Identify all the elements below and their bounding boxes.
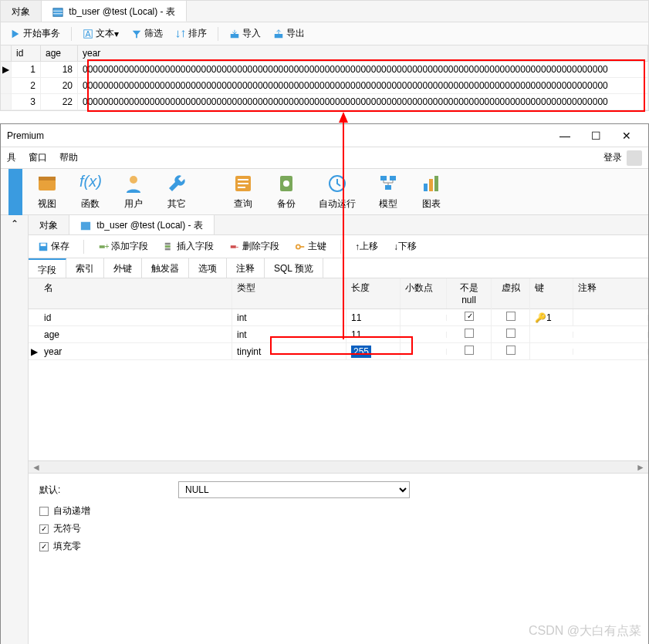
cell-note[interactable]: [573, 332, 648, 338]
cell-age[interactable]: 18: [41, 62, 78, 77]
cell-id[interactable]: 1: [12, 62, 41, 77]
cell-name[interactable]: age: [39, 326, 232, 343]
dtab-objects[interactable]: 对象: [29, 215, 69, 234]
dtab-table[interactable]: tb_user @test (Local) - 表: [69, 215, 215, 234]
primary-key-button[interactable]: 主键: [290, 238, 331, 255]
cell-id[interactable]: 3: [12, 94, 41, 110]
cell-type[interactable]: int: [232, 326, 346, 343]
cell-dec[interactable]: [401, 332, 447, 338]
cell-year[interactable]: 0000000000000000000000000000000000000000…: [78, 78, 648, 93]
model-icon: [377, 173, 399, 194]
user-button[interactable]: 用户: [123, 173, 144, 211]
cell-year[interactable]: 0000000000000000000000000000000000000000…: [78, 94, 648, 110]
text-button[interactable]: A文本 ▾: [78, 25, 123, 42]
subtab-options[interactable]: 选项: [189, 258, 227, 278]
cell-id[interactable]: 2: [12, 78, 41, 93]
menu-tools[interactable]: 具: [7, 151, 16, 164]
cell-len[interactable]: 11: [346, 309, 401, 326]
move-down-button[interactable]: ↓ 下移: [389, 238, 421, 255]
col-name[interactable]: 名: [39, 278, 232, 309]
tab-table[interactable]: tb_user @test (Local) - 表: [42, 1, 187, 22]
cell-year[interactable]: 0000000000000000000000000000000000000000…: [78, 62, 648, 77]
cell-note[interactable]: [573, 315, 648, 321]
cell-type[interactable]: int: [232, 309, 346, 326]
cell-note[interactable]: [573, 349, 648, 355]
cell-type[interactable]: tinyint: [232, 343, 346, 360]
primary-key-label: 主键: [308, 240, 326, 253]
cell-key[interactable]: 🔑1: [530, 309, 573, 326]
subtab-comment[interactable]: 注释: [227, 258, 265, 278]
backup-button[interactable]: 备份: [275, 173, 297, 211]
function-button[interactable]: f(x)函数: [79, 173, 101, 211]
cell-nn[interactable]: [447, 342, 492, 360]
view-button[interactable]: 视图: [36, 173, 58, 211]
h-scrollbar[interactable]: ◄►: [29, 460, 648, 473]
import-button[interactable]: 导入: [225, 25, 265, 42]
cell-age[interactable]: 20: [41, 78, 78, 93]
export-button[interactable]: 导出: [269, 25, 309, 42]
field-row[interactable]: age int 11: [29, 326, 648, 343]
left-rail[interactable]: ⌃: [1, 215, 29, 644]
col-key[interactable]: 键: [530, 278, 573, 309]
cell-name[interactable]: year: [39, 343, 232, 360]
cell-name[interactable]: id: [39, 309, 232, 326]
other-button[interactable]: 其它: [166, 173, 188, 211]
col-virt[interactable]: 虚拟: [492, 278, 530, 309]
cell-age[interactable]: 22: [41, 94, 78, 110]
cell-dec[interactable]: [401, 349, 447, 355]
login-link[interactable]: 登录: [603, 151, 622, 164]
menu-help[interactable]: 帮助: [59, 151, 78, 164]
delete-field-button[interactable]: -删除字段: [225, 238, 284, 255]
subtab-sqlpreview[interactable]: SQL 预览: [265, 258, 323, 278]
cell-dec[interactable]: [401, 315, 447, 321]
field-row[interactable]: ▶ year tinyint 255: [29, 343, 648, 360]
grid-row[interactable]: 2 20 00000000000000000000000000000000000…: [1, 78, 648, 94]
col-nn[interactable]: 不是 null: [447, 278, 492, 309]
menubar: 具 窗口 帮助 登录: [1, 147, 648, 169]
minimize-button[interactable]: —: [549, 125, 580, 147]
grid-row[interactable]: 3 22 00000000000000000000000000000000000…: [1, 94, 648, 110]
subtab-triggers[interactable]: 触发器: [142, 258, 189, 278]
unsigned-checkbox[interactable]: 无符号: [39, 522, 637, 535]
filter-button[interactable]: 筛选: [127, 25, 167, 42]
subtab-indexes[interactable]: 索引: [66, 258, 104, 278]
cell-key[interactable]: [530, 349, 573, 355]
col-dec[interactable]: 小数点: [401, 278, 447, 309]
cell-virt[interactable]: [492, 342, 530, 360]
sort-button[interactable]: 排序: [171, 25, 211, 42]
maximize-button[interactable]: ☐: [580, 125, 611, 147]
cell-len[interactable]: 11: [346, 326, 401, 343]
cell-len[interactable]: 255: [346, 343, 401, 360]
col-age[interactable]: age: [41, 46, 78, 61]
col-len[interactable]: 长度: [346, 278, 401, 309]
grid-row[interactable]: ▶ 1 18 000000000000000000000000000000000…: [1, 62, 648, 78]
insert-field-button[interactable]: 插入字段: [159, 238, 218, 255]
subtab-fks[interactable]: 外键: [104, 258, 142, 278]
cell-virt[interactable]: [492, 309, 530, 326]
zerofill-checkbox[interactable]: 填充零: [39, 540, 637, 553]
query-button[interactable]: 查询: [232, 173, 254, 211]
save-button[interactable]: 保存: [33, 238, 74, 255]
field-row[interactable]: id int 11 🔑1: [29, 309, 648, 326]
col-type[interactable]: 类型: [232, 278, 346, 309]
cell-key[interactable]: [530, 332, 573, 338]
autorun-button[interactable]: 自动运行: [319, 173, 356, 211]
default-select[interactable]: NULL: [178, 481, 410, 498]
col-year[interactable]: year: [78, 46, 648, 61]
subtab-fields[interactable]: 字段: [29, 258, 66, 278]
chart-button[interactable]: 图表: [421, 173, 442, 211]
close-button[interactable]: ✕: [611, 125, 642, 147]
add-field-button[interactable]: +添加字段: [93, 238, 153, 255]
cell-virt[interactable]: [492, 325, 530, 343]
col-note[interactable]: 注释: [573, 278, 648, 309]
tab-objects[interactable]: 对象: [1, 1, 42, 22]
col-id[interactable]: id: [12, 46, 41, 61]
menu-window[interactable]: 窗口: [29, 151, 47, 164]
cell-nn[interactable]: [447, 309, 492, 326]
model-button[interactable]: 模型: [377, 173, 399, 211]
move-up-button[interactable]: ↑ 上移: [350, 238, 383, 255]
autoinc-checkbox[interactable]: 自动递增: [39, 504, 637, 518]
cell-nn[interactable]: [447, 325, 492, 343]
begin-tx-button[interactable]: 开始事务: [5, 25, 65, 42]
avatar-icon[interactable]: [627, 150, 642, 166]
